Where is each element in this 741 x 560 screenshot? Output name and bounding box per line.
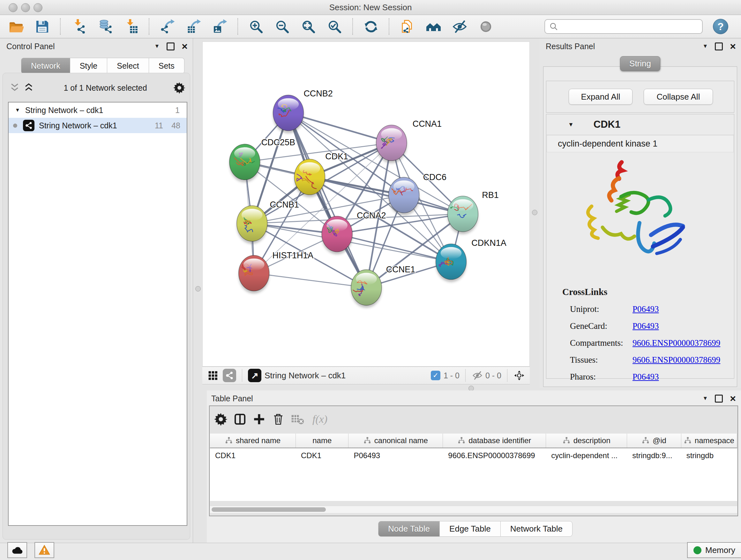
- first-neighbors-button[interactable]: [425, 17, 442, 36]
- show-all-button[interactable]: [477, 17, 494, 36]
- duplicate-network-button[interactable]: [399, 17, 415, 36]
- help-button[interactable]: ?: [713, 19, 728, 34]
- collapse-panel-icon[interactable]: ▼: [702, 395, 708, 401]
- delete-column-icon[interactable]: [272, 413, 285, 426]
- network-node-CDKN1A[interactable]: CDKN1A: [436, 238, 507, 282]
- column-header[interactable]: @id: [627, 434, 681, 448]
- float-panel-icon[interactable]: [715, 395, 723, 402]
- close-panel-icon[interactable]: ×: [182, 43, 188, 50]
- search-input[interactable]: [559, 20, 702, 33]
- import-network-database-button[interactable]: [96, 17, 113, 36]
- network-tab-content: 1 of 1 Network selected ▼ String Network…: [3, 73, 190, 540]
- network-canvas[interactable]: CCNB2CCNA1CDC25BCDK1CDC6RB1CCNB1CCNA2CDK…: [202, 42, 530, 367]
- table-header-row: shared namenamecanonical namedatabase id…: [210, 434, 737, 448]
- column-header[interactable]: name: [296, 434, 348, 448]
- table-cell: 9606.ENSP00000378699: [443, 448, 546, 463]
- refresh-button[interactable]: [362, 17, 379, 36]
- string-tab[interactable]: String: [620, 56, 660, 71]
- tab-node-table[interactable]: Node Table: [378, 521, 440, 537]
- warnings-button[interactable]: [35, 542, 54, 558]
- memory-button[interactable]: Memory: [687, 542, 741, 558]
- collapse-panel-icon[interactable]: ▼: [154, 43, 159, 50]
- control-panel-tabs: Network Style Select Sets: [21, 58, 185, 74]
- tab-network-table[interactable]: Network Table: [501, 521, 572, 537]
- table-panel: Table Panel ▼ × f(x) shared namenamecano…: [207, 390, 741, 543]
- uniprot-link[interactable]: P06493: [632, 304, 659, 314]
- save-session-button[interactable]: [34, 17, 51, 36]
- add-column-icon[interactable]: [253, 413, 266, 426]
- detach-view-icon[interactable]: ↗: [248, 369, 261, 382]
- zoom-out-button[interactable]: [274, 17, 290, 36]
- results-panel: Results Panel ▼ × String Expand All Coll…: [539, 38, 741, 388]
- network-view-icon[interactable]: [223, 369, 236, 382]
- left-splitter-handle[interactable]: [195, 286, 201, 292]
- network-row-selected[interactable]: String Network – cdk1 11 48: [9, 118, 187, 133]
- tab-select[interactable]: Select: [107, 58, 149, 74]
- scrollbar-thumb[interactable]: [212, 507, 326, 512]
- column-header[interactable]: shared name: [210, 434, 296, 448]
- tab-style[interactable]: Style: [70, 58, 108, 74]
- network-node-CDC6[interactable]: CDC6: [389, 172, 447, 215]
- gear-icon[interactable]: [173, 82, 185, 94]
- window-title: Session: New Session: [0, 0, 741, 15]
- float-panel-icon[interactable]: [715, 43, 723, 51]
- tab-edge-table[interactable]: Edge Table: [440, 521, 501, 537]
- control-panel: Control Panel ▼ × Network Style Select S…: [0, 38, 193, 543]
- memory-status-dot: [693, 546, 701, 554]
- delete-table-icon-disabled: [291, 413, 304, 426]
- export-network-button[interactable]: [159, 17, 176, 36]
- column-header[interactable]: namespace: [681, 434, 737, 448]
- gene-section-header[interactable]: ▼ CDK1: [546, 114, 734, 135]
- network-collection-row[interactable]: ▼ String Network – cdk1 1: [9, 103, 187, 118]
- expand-all-icon[interactable]: [23, 82, 34, 93]
- export-image-button[interactable]: [211, 17, 228, 36]
- toolbar-separator: [389, 18, 389, 35]
- close-panel-icon[interactable]: ×: [730, 395, 736, 401]
- network-node-HIST1H1A[interactable]: HIST1H1A: [239, 251, 314, 294]
- hidden-eye-icon[interactable]: [471, 369, 483, 381]
- network-node-CCNA1[interactable]: CCNA1: [376, 119, 442, 163]
- compartments-link[interactable]: 9606.ENSP00000378699: [632, 338, 720, 348]
- open-session-button[interactable]: [8, 17, 24, 36]
- network-node-CCNE1[interactable]: CCNE1: [351, 265, 415, 308]
- zoom-selected-button[interactable]: [326, 17, 343, 36]
- right-splitter-handle[interactable]: [532, 210, 537, 215]
- node-label: CCNB2: [304, 89, 333, 98]
- control-panel-title: Control Panel: [6, 42, 55, 51]
- collapse-all-icon[interactable]: [9, 82, 20, 93]
- table-row[interactable]: CDK1CDK1P064939606.ENSP00000378699cyclin…: [210, 448, 737, 463]
- node-label: CCNE1: [386, 265, 415, 274]
- table-settings-gear-icon[interactable]: [214, 413, 227, 426]
- grid-view-icon[interactable]: [207, 369, 219, 381]
- zoom-fit-button[interactable]: [300, 17, 317, 36]
- selected-checkbox-icon[interactable]: ✓: [431, 371, 441, 380]
- show-columns-icon[interactable]: [233, 413, 247, 426]
- close-panel-icon[interactable]: ×: [730, 43, 736, 50]
- tree-expand-icon[interactable]: ▼: [15, 107, 20, 113]
- network-node-RB1[interactable]: RB1: [447, 190, 499, 234]
- expand-all-button[interactable]: Expand All: [569, 89, 632, 105]
- column-header[interactable]: description: [546, 434, 627, 448]
- import-network-file-button[interactable]: [70, 17, 87, 36]
- tissues-link[interactable]: 9606.ENSP00000378699: [632, 355, 720, 365]
- toolbar-separator: [60, 18, 61, 35]
- hide-selected-button[interactable]: [451, 17, 468, 36]
- tab-sets[interactable]: Sets: [149, 58, 185, 74]
- node-label: CDC6: [423, 172, 447, 182]
- table-panel-header: Table Panel ▼ ×: [207, 390, 741, 407]
- collapse-panel-icon[interactable]: ▼: [702, 43, 708, 50]
- collapse-all-button[interactable]: Collapse All: [644, 89, 713, 105]
- import-table-button[interactable]: [123, 17, 139, 36]
- column-header[interactable]: database identifier: [443, 434, 546, 448]
- section-expand-icon[interactable]: ▼: [568, 121, 574, 128]
- tab-network[interactable]: Network: [21, 58, 70, 74]
- float-panel-icon[interactable]: [166, 43, 175, 51]
- export-table-button[interactable]: [185, 17, 202, 36]
- genecard-link[interactable]: P06493: [632, 321, 659, 331]
- cloud-button[interactable]: [7, 542, 27, 558]
- column-header[interactable]: canonical name: [348, 434, 443, 448]
- birdseye-view-icon[interactable]: [513, 369, 525, 381]
- pharos-link[interactable]: P06493: [632, 372, 659, 382]
- network-label: String Network – cdk1: [39, 121, 117, 130]
- zoom-in-button[interactable]: [248, 17, 264, 36]
